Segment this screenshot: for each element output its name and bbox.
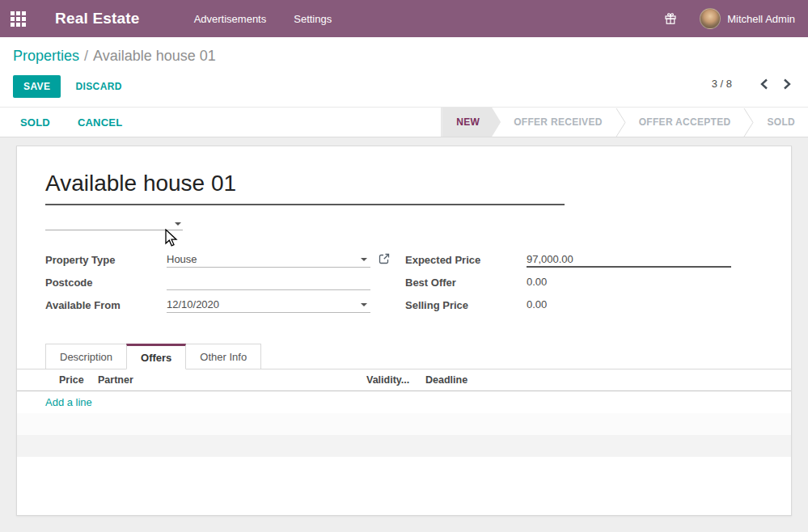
- property-type-input[interactable]: House: [167, 251, 370, 268]
- column-header-partner[interactable]: Partner: [98, 374, 133, 386]
- status-step-new[interactable]: NEW: [442, 108, 501, 137]
- record-pager: 3 / 8: [712, 78, 793, 90]
- available-from-label: Available From: [45, 299, 167, 311]
- app-title[interactable]: Real Estate: [55, 10, 140, 27]
- gift-icon: [664, 12, 677, 25]
- save-button[interactable]: SAVE: [13, 75, 61, 98]
- apps-menu-button[interactable]: [0, 0, 36, 37]
- menu-settings[interactable]: Settings: [280, 0, 345, 37]
- form-sheet: Available house 01 Property Type House: [16, 146, 792, 516]
- sold-action-button[interactable]: SOLD: [20, 116, 50, 129]
- breadcrumb-separator: /: [84, 48, 88, 64]
- user-menu[interactable]: Mitchell Admin: [727, 13, 795, 25]
- available-from-input[interactable]: 12/10/2020: [167, 297, 370, 313]
- user-avatar[interactable]: [700, 8, 721, 29]
- column-header-deadline[interactable]: Deadline: [425, 374, 467, 386]
- offers-table-add-row: Add a line: [17, 391, 791, 413]
- tab-offers[interactable]: Offers: [126, 344, 186, 369]
- expected-price-label: Expected Price: [405, 254, 527, 266]
- tab-description[interactable]: Description: [45, 344, 127, 369]
- postcode-label: Postcode: [45, 277, 167, 289]
- pager-count: 3 / 8: [712, 78, 732, 90]
- tags-input[interactable]: [45, 217, 183, 230]
- field-row-postcode: Postcode: [45, 271, 370, 293]
- property-name-input[interactable]: Available house 01: [45, 171, 565, 205]
- empty-table-row: [17, 413, 791, 435]
- status-step-offer-accepted[interactable]: OFFER ACCEPTED: [626, 108, 744, 137]
- empty-table-row: [17, 435, 791, 457]
- step-chevron-icon: [743, 108, 754, 137]
- breadcrumb-current: Available house 01: [93, 48, 216, 64]
- menu-advertisements[interactable]: Advertisements: [180, 0, 281, 37]
- field-row-property-type: Property Type House: [45, 248, 370, 271]
- expected-price-value: 97,000.00: [527, 253, 573, 265]
- property-type-value: House: [167, 253, 197, 265]
- column-header-validity[interactable]: Validity...: [366, 374, 409, 386]
- status-steps: NEW OFFER RECEIVED OFFER ACCEPTED SOLD: [441, 108, 808, 137]
- field-row-available-from: Available From 12/10/2020: [45, 293, 370, 316]
- content-area: Available house 01 Property Type House: [0, 137, 808, 532]
- form-statusbar: SOLD CANCEL NEW OFFER RECEIVED OFFER ACC…: [0, 107, 808, 137]
- field-grid: Property Type House: [45, 248, 791, 316]
- expected-price-input[interactable]: 97,000.00: [527, 251, 731, 268]
- selling-price-value: 0.00: [527, 297, 730, 313]
- best-offer-label: Best Offer: [405, 277, 527, 289]
- dropdown-caret-icon[interactable]: [361, 303, 367, 306]
- selling-price-label: Selling Price: [405, 299, 527, 311]
- gift-button[interactable]: [653, 0, 688, 37]
- breadcrumb: Properties/Available house 01: [13, 48, 216, 65]
- dropdown-caret-icon[interactable]: [361, 258, 367, 261]
- cancel-action-button[interactable]: CANCEL: [78, 116, 122, 129]
- app-window: Real Estate Advertisements Settings Mitc…: [0, 0, 808, 532]
- property-type-label: Property Type: [45, 254, 167, 266]
- pager-next-icon[interactable]: [782, 78, 793, 90]
- notebook-tabs: Description Offers Other Info: [17, 344, 791, 369]
- add-a-line-link[interactable]: Add a line: [45, 396, 92, 408]
- tab-other-info[interactable]: Other Info: [185, 344, 261, 369]
- breadcrumb-properties-link[interactable]: Properties: [13, 48, 79, 64]
- status-step-sold[interactable]: SOLD: [754, 108, 808, 137]
- field-row-selling-price: Selling Price 0.00: [405, 293, 731, 316]
- field-row-best-offer: Best Offer 0.00: [405, 271, 731, 293]
- best-offer-value: 0.00: [527, 274, 730, 290]
- offers-table-header: Price Partner Validity... Deadline: [17, 369, 791, 391]
- top-navbar: Real Estate Advertisements Settings Mitc…: [0, 0, 808, 37]
- available-from-value: 12/10/2020: [167, 298, 219, 310]
- status-step-offer-received[interactable]: OFFER RECEIVED: [501, 108, 616, 137]
- apps-grid-icon: [11, 11, 26, 27]
- postcode-input[interactable]: [167, 274, 370, 290]
- discard-button[interactable]: DISCARD: [75, 81, 121, 92]
- dropdown-caret-icon: [175, 222, 181, 226]
- field-row-expected-price: Expected Price 97,000.00: [405, 248, 731, 271]
- column-header-price[interactable]: Price: [59, 374, 84, 386]
- external-link-icon[interactable]: [379, 253, 390, 268]
- step-chevron-icon: [616, 108, 626, 137]
- control-panel: Properties/Available house 01 SAVE DISCA…: [0, 37, 808, 107]
- pager-previous-icon[interactable]: [759, 78, 771, 90]
